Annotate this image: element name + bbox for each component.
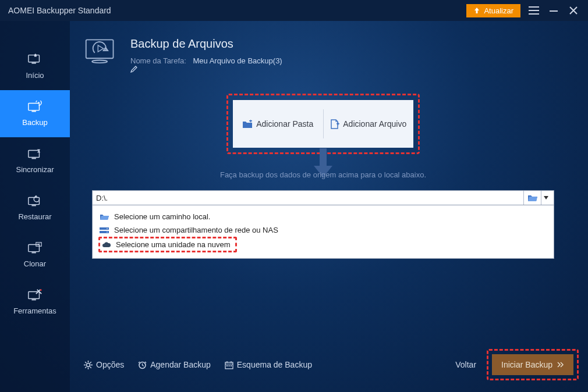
svg-rect-43 <box>226 365 228 366</box>
nas-icon <box>100 227 109 234</box>
sidebar-item-label: Backup <box>22 118 47 127</box>
footer: Opções Agendar Backup Esquema de Backup … <box>84 349 579 380</box>
upgrade-button[interactable]: Atualizar <box>466 4 520 17</box>
folder-plus-icon <box>242 120 253 129</box>
svg-rect-44 <box>228 365 229 366</box>
destination-option-label: Selecione uma unidade na nuvem <box>116 240 231 249</box>
svg-line-36 <box>90 362 91 363</box>
menu-icon[interactable] <box>527 4 540 17</box>
svg-rect-3 <box>550 10 558 12</box>
page-header-text: Backup de Arquivos Nome da Tarefa: Meu A… <box>130 37 291 73</box>
clock-icon <box>138 361 147 369</box>
start-backup-highlight: Iniciar Backup <box>487 349 579 380</box>
schedule-button[interactable]: Agendar Backup <box>138 360 211 369</box>
sidebar-item-label: Sincronizar <box>16 165 54 174</box>
folder-open-icon <box>100 213 109 220</box>
cloud-option-highlight: Selecione uma unidade na nuvem <box>98 237 237 252</box>
source-hint: Faça backup dos dados de origem acima pa… <box>212 170 434 179</box>
page-header: Backup de Arquivos Nome da Tarefa: Meu A… <box>84 37 562 73</box>
back-button[interactable]: Voltar <box>455 360 476 369</box>
svg-rect-8 <box>29 151 40 158</box>
cloud-icon <box>101 241 111 248</box>
gear-icon <box>84 361 93 369</box>
svg-rect-5 <box>31 63 36 64</box>
destination-option-label: Selecione um compartilhamento de rede ou… <box>114 226 278 234</box>
sidebar-item-label: Clonar <box>24 259 46 268</box>
svg-rect-45 <box>231 365 232 366</box>
scheme-label: Esquema de Backup <box>237 360 312 369</box>
sync-icon <box>27 148 42 161</box>
minimize-icon[interactable] <box>547 4 560 17</box>
main-content: Backup de Arquivos Nome da Tarefa: Meu A… <box>70 21 588 392</box>
options-label: Opções <box>96 360 124 369</box>
start-backup-label: Iniciar Backup <box>501 360 552 369</box>
chevron-right-icon <box>557 362 564 368</box>
add-folder-label: Adicionar Pasta <box>256 119 313 129</box>
destination-options-list: Selecione um caminho local. Selecione um… <box>92 205 554 259</box>
scheme-button[interactable]: Esquema de Backup <box>225 360 312 369</box>
backup-icon <box>27 101 42 113</box>
svg-rect-9 <box>31 158 36 159</box>
svg-point-19 <box>92 60 107 63</box>
source-area: Adicionar Pasta Adicionar Arquivo <box>84 94 562 187</box>
destination-path-bar[interactable]: D:\. <box>92 190 554 205</box>
svg-rect-18 <box>86 40 114 58</box>
tools-icon <box>27 289 42 302</box>
sidebar-item-label: Restaurar <box>18 212 51 221</box>
svg-line-34 <box>85 362 86 363</box>
add-folder-button[interactable]: Adicionar Pasta <box>233 100 323 148</box>
svg-rect-16 <box>31 300 36 301</box>
file-plus-icon <box>330 119 339 129</box>
svg-rect-6 <box>29 104 40 111</box>
svg-rect-21 <box>250 120 252 122</box>
destination-option-local[interactable]: Selecione um caminho local. <box>98 210 548 223</box>
svg-rect-13 <box>31 252 36 254</box>
file-backup-icon <box>84 37 118 66</box>
svg-rect-1 <box>529 10 539 11</box>
destination-dropdown-icon[interactable] <box>541 191 550 205</box>
add-file-label: Adicionar Arquivo <box>343 119 406 129</box>
sidebar-item-home[interactable]: Início <box>0 43 70 90</box>
home-icon <box>27 54 42 66</box>
svg-rect-0 <box>529 6 539 8</box>
sidebar-item-label: Ferramentas <box>13 307 56 315</box>
start-backup-button[interactable]: Iniciar Backup <box>492 354 573 375</box>
svg-rect-23 <box>338 122 339 125</box>
svg-rect-11 <box>31 205 36 206</box>
sidebar-item-clone[interactable]: Clonar <box>0 231 70 279</box>
restore-icon <box>27 195 42 208</box>
svg-rect-12 <box>29 245 40 252</box>
sidebar-item-restore[interactable]: Restaurar <box>0 184 70 231</box>
options-button[interactable]: Opções <box>84 360 124 369</box>
destination-option-label: Selecione um caminho local. <box>114 212 210 221</box>
svg-rect-24 <box>320 148 327 166</box>
sidebar: Início Backup Sincronizar Restaurar <box>0 21 70 392</box>
destination-option-cloud[interactable]: Selecione uma unidade na nuvem <box>101 239 231 250</box>
browse-folder-icon[interactable] <box>523 191 541 205</box>
edit-icon[interactable] <box>130 65 291 73</box>
destination-area: D:\. Selecione um caminho local. <box>92 190 554 259</box>
svg-rect-2 <box>529 13 539 15</box>
titlebar-controls: Atualizar <box>466 4 580 17</box>
upgrade-label: Atualizar <box>484 6 513 15</box>
svg-rect-7 <box>31 111 36 112</box>
sidebar-item-tools[interactable]: Ferramentas <box>0 279 70 326</box>
svg-rect-4 <box>29 55 40 62</box>
upgrade-arrow-icon <box>473 7 480 14</box>
close-icon[interactable] <box>567 4 580 17</box>
task-label: Nome da Tarefa: <box>130 56 186 65</box>
destination-option-nas[interactable]: Selecione um compartilhamento de rede ou… <box>98 223 548 237</box>
app-window: AOMEI Backupper Standard Atualizar <box>0 0 588 392</box>
add-file-button[interactable]: Adicionar Arquivo <box>324 100 414 148</box>
svg-line-37 <box>85 366 86 368</box>
clone-icon <box>27 242 42 255</box>
task-name-value[interactable]: Meu Arquivo de Backup(3) <box>193 56 282 65</box>
sidebar-item-sync[interactable]: Sincronizar <box>0 137 70 184</box>
source-highlight: Adicionar Pasta Adicionar Arquivo <box>226 94 420 154</box>
page-title: Backup de Arquivos <box>130 37 291 51</box>
sidebar-item-backup[interactable]: Backup <box>0 90 70 137</box>
calendar-icon <box>225 361 233 369</box>
svg-point-29 <box>87 363 90 366</box>
source-box: Adicionar Pasta Adicionar Arquivo <box>233 100 413 148</box>
svg-point-17 <box>40 289 42 291</box>
